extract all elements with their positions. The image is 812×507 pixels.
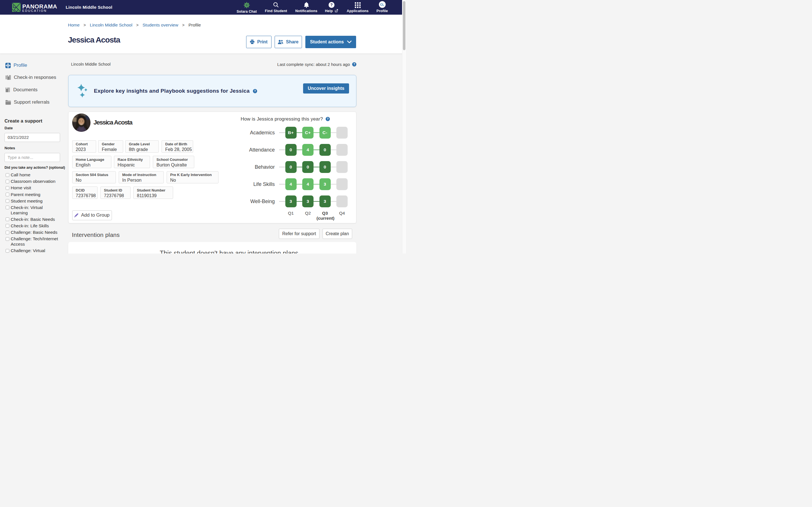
svg-text:?: ? [327,117,328,121]
svg-text:?: ? [254,90,256,93]
svg-text:?: ? [353,63,355,66]
svg-text:?: ? [331,3,333,7]
